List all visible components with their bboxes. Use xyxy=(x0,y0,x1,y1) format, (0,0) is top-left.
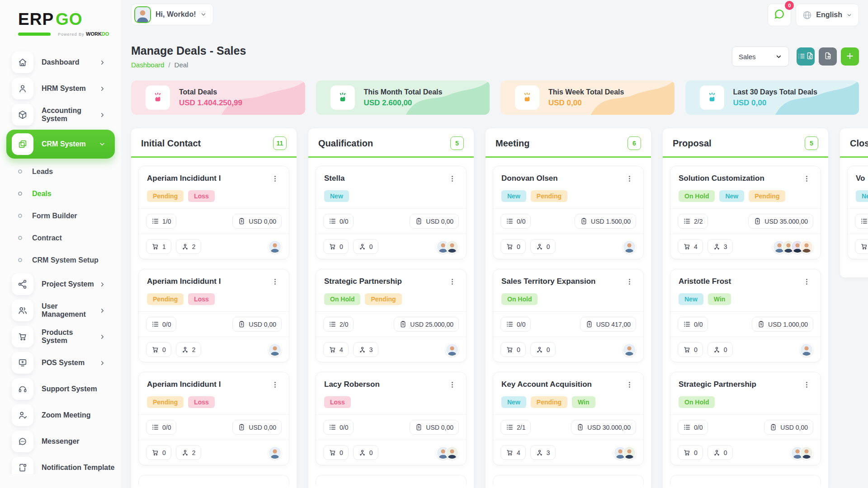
deal-amount: USD 0,00 xyxy=(426,218,453,225)
kebab-menu-icon[interactable] xyxy=(269,380,281,391)
tag-loss: Loss xyxy=(188,396,215,408)
users-pill: 3 xyxy=(530,445,556,460)
pipeline-select-value: Sales xyxy=(739,53,756,61)
deal-card[interactable]: Aperiam Incididunt I PendingLoss 0/0 $US… xyxy=(138,372,289,465)
sidebar-item-dashboard[interactable]: Dashboard xyxy=(0,49,121,75)
sidebar-subitem-label: Leads xyxy=(32,168,53,176)
kebab-menu-icon[interactable] xyxy=(269,277,281,288)
deal-card[interactable]: Strategic Partnership On HoldPending 2/0… xyxy=(316,269,467,362)
deal-amount: USD 1.500,00 xyxy=(591,218,631,225)
sidebar-item-notification-template[interactable]: Notification Template xyxy=(0,455,121,474)
users-count: 3 xyxy=(547,449,550,456)
kanban-column-meeting: Meeting 6 Donovan Olsen NewPending 0/0 $… xyxy=(486,128,651,488)
tag-loss: Loss xyxy=(324,396,351,408)
sidebar-item-label: Support System xyxy=(42,385,121,393)
kanban-column-initial-contact: Initial Contact 11 Aperiam Incididunt I … xyxy=(131,128,297,488)
deal-card[interactable]: Sales Territory Expansion On Hold 0/0 $U… xyxy=(493,269,644,362)
sidebar-item-zoom-meeting[interactable]: Zoom Meeting xyxy=(0,402,121,428)
stat-label: This Week Total Deals xyxy=(548,88,624,96)
messages-button[interactable]: 0 xyxy=(768,4,791,26)
kebab-menu-icon[interactable] xyxy=(447,277,458,288)
sidebar-subitem-crm-system-setup[interactable]: CRM System Setup xyxy=(0,249,121,271)
user-menu-button[interactable]: Hi, Workdo! xyxy=(131,4,213,25)
tag-win: Win xyxy=(708,293,731,305)
kebab-menu-icon[interactable] xyxy=(624,174,635,185)
sidebar-item-accounting-system[interactable]: Accounting System xyxy=(0,102,121,128)
tasks-count: 0/0 xyxy=(340,218,348,225)
stat-label: Last 30 Days Total Deals xyxy=(733,88,817,96)
deal-card[interactable]: Donovan Olsen NewPending 0/0 $USD 1.500,… xyxy=(493,166,644,259)
deal-card[interactable]: Strategic Partnership On Hold 0/0 $USD 0… xyxy=(670,372,821,465)
kebab-menu-icon[interactable] xyxy=(801,380,812,391)
users-count: 0 xyxy=(724,346,727,353)
breadcrumb-dashboard-link[interactable]: Dashboard xyxy=(131,61,164,69)
task-list-icon xyxy=(506,217,514,225)
tasks-pill: 0/0 xyxy=(678,317,708,332)
kebab-menu-icon[interactable] xyxy=(269,174,281,185)
sidebar-subitem-deals[interactable]: Deals xyxy=(0,183,121,205)
language-selector[interactable]: English xyxy=(796,4,859,26)
sidebar-item-pos-system[interactable]: POS System xyxy=(0,350,121,376)
deal-card[interactable]: Stella New 0/0 $USD 0,00 0 0 xyxy=(316,166,467,259)
deal-card-partial[interactable] xyxy=(493,475,644,485)
deal-amount: USD 0,00 xyxy=(249,218,276,225)
sidebar-item-hrm-system[interactable]: HRM System xyxy=(0,75,121,102)
cart-icon xyxy=(683,449,691,456)
list-view-button[interactable] xyxy=(797,47,815,66)
sidebar-item-support-system[interactable]: Support System xyxy=(0,376,121,402)
sidebar-item-messenger[interactable]: Messenger xyxy=(0,428,121,455)
tag-new: New xyxy=(501,396,526,408)
column-count-badge: 5 xyxy=(805,136,818,150)
avatar xyxy=(268,240,282,253)
pipeline-select[interactable]: Sales xyxy=(732,47,789,66)
tag-loss: Loss xyxy=(188,293,215,305)
board-toolbar: Sales xyxy=(732,47,859,66)
avatar xyxy=(623,343,636,357)
sidebar-item-label: Project System xyxy=(42,280,99,288)
column-title: Initial Contact xyxy=(141,138,201,149)
deal-card[interactable]: Aristotle Frost NewWin 0/0 $USD 1.000,00… xyxy=(670,269,821,362)
sidebar-subitem-contract[interactable]: Contract xyxy=(0,227,121,249)
people-icon xyxy=(359,243,366,250)
sidebar-subitem-leads[interactable]: Leads xyxy=(0,160,121,183)
assignee-avatars xyxy=(623,343,636,357)
kebab-menu-icon[interactable] xyxy=(447,174,458,185)
export-button[interactable] xyxy=(819,47,837,66)
app-logo[interactable]: ERPGO Powered By WORKDO xyxy=(0,6,121,37)
kebab-menu-icon[interactable] xyxy=(624,380,635,391)
deal-card-partial[interactable] xyxy=(316,475,467,485)
kebab-menu-icon[interactable] xyxy=(801,277,812,288)
deal-card[interactable]: Vo New $ xyxy=(847,166,868,259)
chevron-right-icon xyxy=(99,281,106,288)
sidebar-subitem-form-builder[interactable]: Form Builder xyxy=(0,205,121,227)
deal-card[interactable]: Key Account Acquisition NewPendingWin 2/… xyxy=(493,372,644,465)
tasks-pill: 2/2 xyxy=(678,214,708,229)
column-title: Meeting xyxy=(495,138,530,149)
column-count-badge: 6 xyxy=(627,136,641,150)
stats-row: Total Deals USD 1.404.250,99 This Month … xyxy=(131,80,859,115)
kebab-menu-icon[interactable] xyxy=(801,174,812,185)
kebab-menu-icon[interactable] xyxy=(624,277,635,288)
products-count: 0 xyxy=(517,243,520,250)
deal-card[interactable]: Aperiam Incididunt I PendingLoss 1/0 $US… xyxy=(138,166,289,259)
sidebar-item-crm-system[interactable]: CRM System xyxy=(6,130,115,159)
products-count: 0 xyxy=(340,243,343,250)
deal-card-partial[interactable] xyxy=(670,475,821,485)
sidebar-item-user-management[interactable]: User Management xyxy=(0,297,121,324)
money-icon: $ xyxy=(769,423,777,431)
chevron-right-icon xyxy=(99,307,106,314)
sidebar-item-project-system[interactable]: Project System xyxy=(0,271,121,297)
deal-card-partial[interactable] xyxy=(138,475,289,485)
deal-card[interactable]: Aperiam Incididunt I PendingLoss 0/0 $US… xyxy=(138,269,289,362)
deal-card[interactable]: Lacy Roberson Loss 0/0 $USD 0,00 0 0 xyxy=(316,372,467,465)
bullet-icon xyxy=(18,214,22,218)
sidebar-item-products-system[interactable]: Products System xyxy=(0,324,121,350)
avatar xyxy=(445,343,459,357)
cart-icon xyxy=(860,243,868,250)
users-pill: 0 xyxy=(708,445,733,460)
add-deal-button[interactable] xyxy=(841,47,859,66)
deal-tags: PendingLoss xyxy=(139,185,289,208)
kebab-menu-icon[interactable] xyxy=(447,380,458,391)
deal-card[interactable]: Solution Customization On HoldNewPending… xyxy=(670,166,821,259)
column-title: Qualification xyxy=(318,138,373,149)
